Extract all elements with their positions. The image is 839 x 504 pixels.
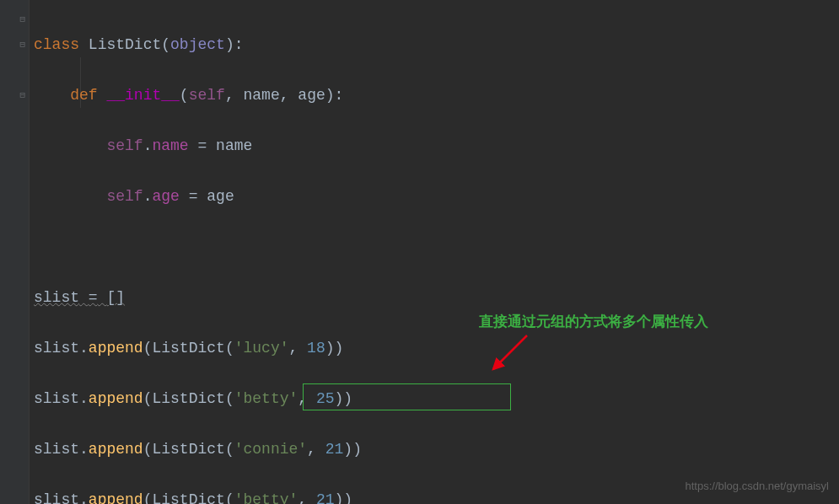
code-line-3: self.name = name — [34, 133, 407, 158]
editor-gutter: ⊟ ⊟ ⊟ — [0, 0, 30, 504]
code-line-9: slist.append(ListDict('connie', 21)) — [34, 437, 407, 462]
code-line-4: self.age = age — [34, 184, 407, 209]
fold-marker-def[interactable]: ⊟ — [19, 32, 25, 57]
svg-line-1 — [493, 335, 527, 369]
code-line-1: class ListDict(object): — [34, 32, 407, 57]
code-line-8: slist.append(ListDict('betty', 25)) — [34, 386, 407, 411]
code-line-5 — [34, 234, 407, 260]
fold-marker-class[interactable]: ⊟ — [19, 7, 25, 32]
code-line-6: slist = [] — [34, 285, 407, 310]
annotation-text: 直接通过元组的方式将多个属性传入 — [479, 309, 708, 335]
code-editor-content: class ListDict(object): def __init__(sel… — [34, 7, 407, 504]
code-line-2: def __init__(self, name, age): — [34, 83, 407, 108]
fold-marker-end[interactable]: ⊟ — [19, 83, 25, 108]
watermark: https://blog.csdn.net/gymaisyl — [685, 474, 829, 499]
annotation-arrow — [485, 329, 535, 379]
code-line-7: slist.append(ListDict('lucy', 18)) — [34, 335, 407, 361]
code-line-10: slist.append(ListDict('betty', 21)) — [34, 487, 407, 504]
